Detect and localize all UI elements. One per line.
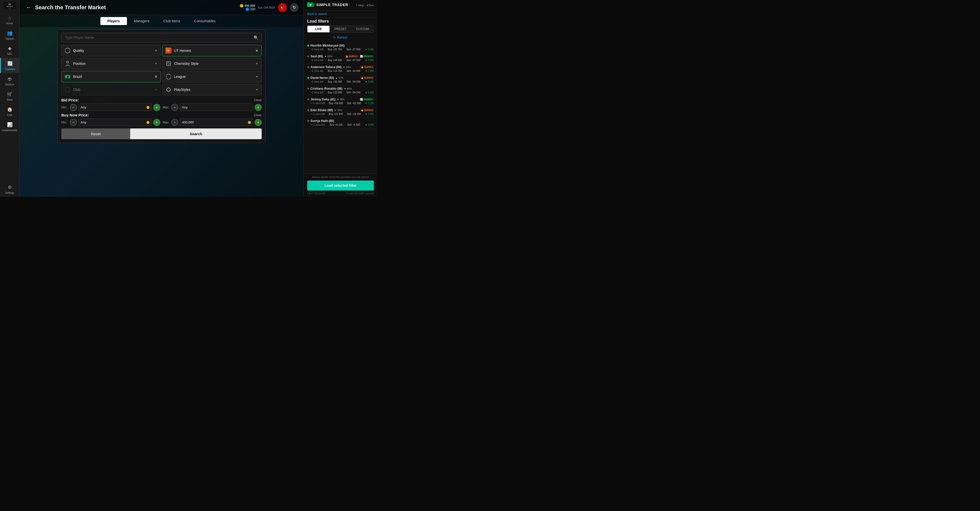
main-content: ← Search the Transfer Market 466,996 100…	[19, 0, 304, 197]
back-button[interactable]: ←	[24, 3, 33, 11]
coins-value: 466,996	[244, 4, 255, 8]
bid-max-input[interactable]	[182, 105, 251, 109]
ut-heroes-filter[interactable]: H UT Heroes ✕	[162, 45, 262, 56]
tab-club-items[interactable]: Club Items	[156, 17, 187, 25]
league-arrow-icon: ▼	[255, 75, 258, 78]
nationality-filter[interactable]: Brazil ✕	[61, 71, 161, 82]
bottom-buttons: Reset Search	[61, 129, 262, 139]
club-filter[interactable]: Club ▼	[61, 84, 161, 96]
playstyles-filter[interactable]: PlayStyles ▼	[162, 84, 262, 96]
player-list-item[interactable]: Svenja Huth (85) <~1 mins left Buy <4 10…	[306, 118, 375, 128]
chemistry-filter[interactable]: Chemistry Style ▼	[162, 58, 262, 69]
filter-tab-preset[interactable]: PRESET	[329, 26, 352, 32]
supply-tag: 🔥 SUPPLY	[360, 109, 374, 111]
sidebar-item-stadium[interactable]: 🏟 Stadium	[0, 73, 19, 88]
svg-text:UT: UT	[9, 8, 11, 9]
player-list-item[interactable]: Saúl (85) ▼ 50% 🔥 SUPPLY📈 PROFIT+ ~5 min…	[306, 53, 375, 64]
player-tags: 🔥 SUPPLY📈 PROFIT+	[345, 55, 374, 58]
player-dot	[307, 77, 309, 79]
sidebar-item-settings[interactable]: ⚙ Settings	[0, 181, 19, 197]
position-filter[interactable]: Position ▼	[61, 58, 161, 69]
bid-min-input[interactable]	[81, 105, 146, 109]
tab-consumables[interactable]: Consumables	[187, 17, 223, 25]
sidebar-label-stadium: Stadium	[5, 83, 14, 86]
search-button[interactable]: Search	[130, 129, 262, 139]
filter-tab-live[interactable]: LIVE	[307, 26, 329, 32]
player-item-top: Cristiano Ronaldo (86) ▼ 49%	[307, 87, 374, 91]
fc-row: 100	[246, 8, 255, 11]
sidebar-item-leaderboards[interactable]: 📊 Leaderboards	[0, 119, 19, 134]
sell-price: Sell ~23 250	[347, 113, 361, 115]
reset-button[interactable]: Reset	[61, 129, 130, 139]
player-list-item[interactable]: David Neres (83) ▲ 57% 🔥 SUPPLY ~4 mins …	[306, 74, 375, 85]
buy-min-label: Min:	[61, 121, 68, 124]
nationality-close-icon[interactable]: ✕	[154, 75, 158, 79]
help-button[interactable]: ? Help	[356, 4, 364, 7]
league-filter[interactable]: League ▼	[162, 71, 262, 82]
st-logo-text: SIMPLE TRADER	[316, 3, 348, 7]
user-button[interactable]: KTom	[367, 4, 374, 7]
tab-players[interactable]: Players	[100, 17, 127, 25]
buy-max-minus-button[interactable]: −	[171, 119, 178, 126]
profit-pct: ▼ 6.6%	[365, 80, 374, 83]
sidebar-item-store[interactable]: 🛒 Store	[0, 88, 19, 103]
load-selected-filter-button[interactable]: Load selected filter	[307, 180, 374, 191]
buy-max-plus-button[interactable]: +	[255, 119, 262, 126]
buy-price: Buy <25 750	[328, 48, 342, 51]
bid-min-minus-button[interactable]: −	[70, 104, 77, 111]
profit-tag: 📈 PROFIT+	[359, 55, 374, 58]
quality-icon	[65, 48, 71, 54]
player-list: Henrikh Mkhitaryan (84) ~5 mins left Buy…	[304, 42, 377, 174]
svg-rect-6	[167, 62, 170, 65]
player-name-input[interactable]	[61, 33, 262, 42]
buy-max-input[interactable]	[182, 121, 248, 124]
bid-max-plus-button[interactable]: +	[255, 104, 262, 111]
bid-clear-button[interactable]: Clear	[254, 98, 262, 102]
player-dot	[307, 45, 309, 46]
stadium-icon: 🏟	[6, 76, 13, 82]
player-name-text: Cristiano Ronaldo (86)	[310, 87, 342, 91]
player-list-item[interactable]: Anderson Talisca (84) ▼ 34% 🔥 SUPPLY ~5 …	[306, 64, 375, 74]
player-list-item[interactable]: Jérémy Doku (81) ▼ 48% 📈 PROFIT+ <~1 min…	[306, 96, 375, 107]
ut-heroes-close-icon[interactable]: ✕	[255, 49, 258, 53]
profit-tag: 📈 PROFIT+	[359, 98, 374, 101]
sidebar-item-home[interactable]: ⌂ Home	[0, 12, 19, 27]
refresh-icon: ↻	[333, 36, 336, 39]
buy-max-label: Max:	[163, 121, 170, 124]
player-item-bottom: ~5 mins left Buy <14 750 Sell ~16 000 ▼ …	[307, 70, 374, 72]
svg-point-5	[67, 61, 68, 63]
buy-min-minus-button[interactable]: −	[70, 119, 77, 126]
quality-filter[interactable]: Quality ▼	[61, 45, 161, 56]
bid-min-plus-button[interactable]: +	[153, 104, 160, 111]
player-dot	[307, 66, 309, 68]
refresh-button[interactable]: ↻ Refresh	[304, 35, 377, 41]
sidebar-item-transfers[interactable]: 🔄 Transfers	[0, 58, 19, 73]
sell-price: Sell ~16 000	[347, 70, 361, 72]
back-to-search-link[interactable]: Back to search	[304, 11, 377, 18]
player-list-item[interactable]: Cristiano Ronaldo (86) ▼ 49% ~2 mins lef…	[306, 85, 375, 96]
topbar: ← Search the Transfer Market 466,996 100…	[19, 0, 304, 15]
player-dot	[307, 120, 309, 122]
buy-now-clear-button[interactable]: Clear	[254, 113, 262, 117]
sidebar-label-store: Store	[7, 99, 13, 101]
trend-percent: ▼ 50%	[324, 55, 332, 58]
sidebar-item-sbc[interactable]: ◆ SBC	[0, 43, 19, 58]
buy-now-header: Buy Now Price: Clear	[61, 113, 262, 117]
sidebar-item-squads[interactable]: 👥 Squads	[0, 27, 19, 43]
tab-managers[interactable]: Managers	[127, 17, 156, 25]
topbar-info: 466,996 100 Est. Oct 2020 🦅 ↻	[240, 3, 299, 12]
refresh-label: Refresh	[337, 36, 348, 39]
player-list-item[interactable]: Edin Džeko (88) ▼ 33% 🔥 SUPPLY <~1 mins …	[306, 107, 375, 118]
player-dot	[307, 55, 309, 57]
buy-min-input[interactable]	[81, 121, 146, 124]
player-name-badge: Edin Džeko (88) ▼ 33%	[307, 108, 342, 112]
filter-tab-custom[interactable]: CUSTOM	[352, 26, 374, 32]
time-left: ~5 mins left	[310, 70, 323, 72]
topbar-refresh-button[interactable]: ↻	[290, 3, 299, 12]
player-name-text: Anderson Talisca (84)	[310, 65, 342, 69]
player-list-item[interactable]: Henrikh Mkhitaryan (84) ~5 mins left Buy…	[306, 42, 375, 53]
buy-min-plus-button[interactable]: +	[153, 119, 160, 126]
bid-max-minus-button[interactable]: −	[171, 104, 178, 111]
player-name-text: Jérémy Doku (81)	[310, 98, 336, 101]
sidebar-item-club[interactable]: 🏠 Club	[0, 103, 19, 119]
